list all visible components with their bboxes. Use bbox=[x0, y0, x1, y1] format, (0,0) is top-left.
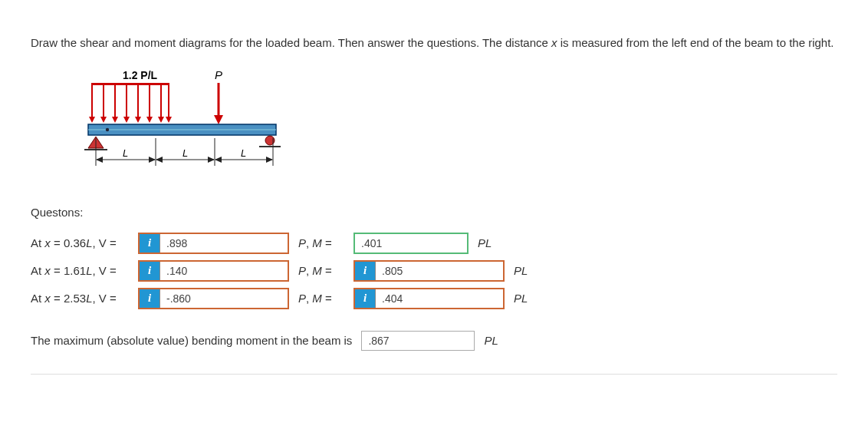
row-label: At x = 0.36L, V = bbox=[31, 236, 138, 249]
svg-marker-14 bbox=[146, 117, 153, 123]
intro-part2: is measured from the left end of the bea… bbox=[557, 36, 834, 49]
dim-L-2: L bbox=[182, 147, 188, 159]
row-label: At x = 1.61L, V = bbox=[31, 264, 138, 277]
row-label: At x = 2.53L, V = bbox=[31, 292, 138, 305]
max-moment-unit: PL bbox=[484, 334, 498, 347]
row-mid-label: P, M = bbox=[298, 236, 344, 249]
row-unit: PL bbox=[514, 292, 528, 305]
info-icon[interactable]: i bbox=[355, 289, 376, 308]
svg-marker-9 bbox=[89, 117, 95, 123]
divider bbox=[31, 374, 837, 375]
moment-input-wrap: i bbox=[353, 288, 505, 309]
svg-marker-15 bbox=[158, 117, 164, 123]
info-icon[interactable]: i bbox=[140, 289, 160, 308]
shear-input[interactable] bbox=[160, 262, 288, 280]
moment-input-wrap bbox=[353, 233, 469, 254]
svg-marker-16 bbox=[166, 117, 172, 123]
dim-L-3: L bbox=[241, 147, 246, 159]
max-moment-input[interactable] bbox=[362, 332, 474, 350]
intro-part1: Draw the shear and moment diagrams for t… bbox=[31, 36, 551, 49]
svg-marker-37 bbox=[215, 157, 222, 163]
row-mid-label: P, M = bbox=[298, 292, 344, 305]
info-icon[interactable]: i bbox=[140, 234, 160, 253]
svg-marker-13 bbox=[135, 117, 141, 123]
svg-marker-34 bbox=[156, 157, 163, 163]
question-row: At x = 2.53L, V =iP, M =iPL bbox=[31, 288, 837, 309]
question-row: At x = 0.36L, V =iP, M =PL bbox=[31, 233, 837, 254]
beam-diagram: 1.2 P/L P bbox=[61, 68, 837, 183]
shear-input-wrap: i bbox=[138, 288, 289, 309]
shear-input[interactable] bbox=[160, 234, 288, 253]
svg-rect-0 bbox=[92, 83, 169, 85]
svg-marker-10 bbox=[100, 117, 107, 123]
svg-marker-31 bbox=[96, 157, 103, 163]
row-unit: PL bbox=[514, 264, 528, 277]
shear-input[interactable] bbox=[160, 289, 288, 308]
svg-point-21 bbox=[106, 127, 109, 130]
distributed-load-label: 1.2 P/L bbox=[123, 69, 158, 81]
info-icon[interactable]: i bbox=[355, 262, 376, 280]
svg-marker-35 bbox=[208, 157, 215, 163]
row-unit: PL bbox=[478, 236, 492, 249]
svg-marker-32 bbox=[149, 157, 156, 163]
svg-marker-12 bbox=[123, 117, 130, 123]
moment-input[interactable] bbox=[376, 289, 503, 308]
moment-input-wrap: i bbox=[353, 260, 505, 282]
svg-marker-38 bbox=[266, 157, 273, 163]
info-icon[interactable]: i bbox=[140, 262, 160, 280]
dim-L-1: L bbox=[123, 147, 128, 159]
problem-statement: Draw the shear and moment diagrams for t… bbox=[31, 35, 837, 52]
questions-header: Questons: bbox=[31, 206, 837, 219]
point-load-label: P bbox=[215, 68, 222, 81]
shear-input-wrap: i bbox=[138, 233, 289, 254]
intro-x: x bbox=[551, 36, 557, 49]
moment-input[interactable] bbox=[355, 234, 467, 253]
max-moment-label: The maximum (absolute value) bending mom… bbox=[31, 334, 352, 347]
svg-marker-18 bbox=[214, 115, 223, 124]
question-row: At x = 1.61L, V =iP, M =iPL bbox=[31, 260, 837, 282]
row-mid-label: P, M = bbox=[298, 264, 344, 277]
shear-input-wrap: i bbox=[138, 260, 289, 282]
moment-input[interactable] bbox=[376, 262, 503, 280]
svg-marker-11 bbox=[112, 117, 118, 123]
max-moment-input-wrap bbox=[361, 331, 475, 351]
